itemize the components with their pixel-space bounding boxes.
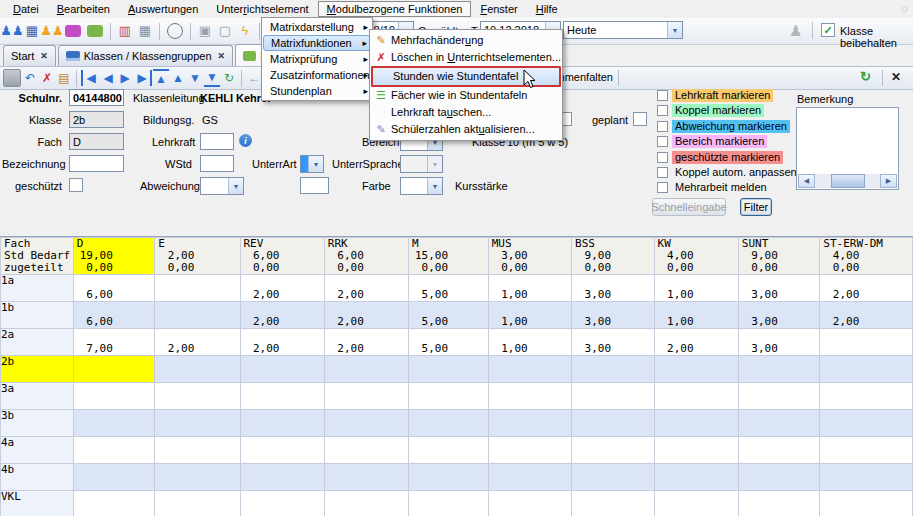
matrix-cell[interactable] bbox=[488, 383, 571, 410]
class-chat-icon[interactable] bbox=[65, 25, 81, 37]
matrix-cell[interactable] bbox=[73, 437, 155, 464]
matrix-cell[interactable]: 3,00 bbox=[738, 329, 820, 356]
matrix-cell[interactable]: 7,00 bbox=[73, 329, 155, 356]
refresh-icon[interactable]: ↻ bbox=[221, 70, 237, 86]
menubar-item-modulbezogene-funktionen[interactable]: Modulbezogene Funktionen bbox=[318, 1, 472, 17]
delete-icon[interactable]: ✗ bbox=[39, 70, 55, 86]
matrix-cell[interactable] bbox=[572, 356, 654, 383]
matrix-cell[interactable] bbox=[240, 356, 324, 383]
klasse-field[interactable]: 2b bbox=[69, 111, 124, 128]
bezeichnung-field[interactable] bbox=[69, 155, 124, 172]
geplant-checkbox[interactable] bbox=[633, 112, 647, 126]
matrix-cell[interactable] bbox=[654, 383, 738, 410]
matrix-cell[interactable] bbox=[820, 356, 913, 383]
menu-item-stundenplan[interactable]: Stundenplan▸ bbox=[263, 83, 371, 99]
menu-item-matrixfunktionen[interactable]: Matrixfunktionen▸ bbox=[263, 35, 371, 51]
marker-checkbox[interactable] bbox=[657, 167, 668, 178]
column-header-rev[interactable]: REV6,000,00 bbox=[240, 238, 324, 275]
unterrart-select[interactable]: ▾ bbox=[300, 155, 324, 173]
marker-checkbox[interactable] bbox=[657, 121, 668, 132]
matrix-cell[interactable] bbox=[654, 464, 738, 491]
row-label-3b[interactable]: 3b bbox=[1, 410, 74, 437]
matrix-cell[interactable] bbox=[324, 437, 408, 464]
matrix-cell[interactable] bbox=[409, 464, 489, 491]
matrix-table[interactable]: FachStd BedarfzugeteiltD19,000,00E2,000,… bbox=[0, 236, 913, 516]
marker-checkbox[interactable] bbox=[657, 90, 668, 101]
menubar-item-unterrichtselement[interactable]: Unterrichtselement bbox=[207, 1, 317, 17]
students-icon[interactable]: ♟♟ bbox=[3, 22, 21, 40]
matrix-cell[interactable] bbox=[820, 491, 913, 516]
column-header-m[interactable]: M15,000,00 bbox=[409, 238, 489, 275]
matrix-cell[interactable] bbox=[240, 464, 324, 491]
keyboard-icon[interactable]: ▦ bbox=[23, 22, 41, 40]
form-icon[interactable]: ▤ bbox=[56, 70, 72, 86]
matrix-cell[interactable] bbox=[488, 437, 571, 464]
matrix-cell[interactable]: 3,00 bbox=[572, 275, 654, 302]
matrix-cell[interactable] bbox=[324, 383, 408, 410]
undo-icon[interactable]: ↶ bbox=[22, 70, 38, 86]
column-header-st-erw-dm[interactable]: ST-ERW-DM4,000,00 bbox=[820, 238, 913, 275]
matrix-cell[interactable]: 1,00 bbox=[488, 275, 571, 302]
row-label-2a[interactable]: 2a bbox=[1, 329, 74, 356]
marker-checkbox[interactable] bbox=[657, 182, 668, 193]
matrix-cell[interactable] bbox=[409, 491, 489, 516]
close-icon[interactable]: ✕ bbox=[891, 70, 901, 84]
refresh-matrix-icon[interactable]: ↻ bbox=[860, 69, 871, 84]
matrix-cell[interactable]: 5,00 bbox=[409, 275, 489, 302]
abweichung-select[interactable]: ▾ bbox=[200, 177, 244, 195]
abweichung-field[interactable] bbox=[300, 177, 329, 194]
menubar-item-fenster[interactable]: Fenster bbox=[471, 1, 526, 17]
matrix-cell[interactable] bbox=[654, 437, 738, 464]
matrix-cell[interactable] bbox=[820, 437, 913, 464]
chevron-down-icon[interactable]: ▾ bbox=[308, 156, 323, 172]
tab-start[interactable]: Start✕ bbox=[3, 45, 56, 66]
matrix-cell[interactable] bbox=[73, 410, 155, 437]
submenu-item-schülerzahlen-aktualisieren-[interactable]: ✎Schülerzahlen aktualisieren... bbox=[371, 121, 561, 138]
matrix-cell[interactable] bbox=[820, 383, 913, 410]
matrix-grid[interactable]: FachStd BedarfzugeteiltD19,000,00E2,000,… bbox=[0, 237, 913, 516]
matrix-cell[interactable] bbox=[488, 356, 571, 383]
matrix-cell[interactable] bbox=[572, 491, 654, 516]
row-label-1a[interactable]: 1a bbox=[1, 275, 74, 302]
scrollbar-thumb[interactable] bbox=[831, 174, 865, 188]
chevron-down-icon[interactable]: ▾ bbox=[667, 22, 682, 38]
row-label-3a[interactable]: 3a bbox=[1, 383, 74, 410]
matrix-cell[interactable] bbox=[820, 464, 913, 491]
matrix-cell[interactable]: 2,00 bbox=[155, 329, 240, 356]
matrix-cell[interactable] bbox=[73, 464, 155, 491]
nav-prev-icon[interactable]: ◀ bbox=[100, 70, 116, 86]
books-icon[interactable]: ▥ bbox=[116, 22, 134, 40]
matrix-cell[interactable]: 3,00 bbox=[572, 302, 654, 329]
matrix-cell[interactable]: 1,00 bbox=[488, 302, 571, 329]
row-label-4b[interactable]: 4b bbox=[1, 464, 74, 491]
matrix-cell[interactable] bbox=[572, 437, 654, 464]
matrix-cell[interactable]: 3,00 bbox=[572, 329, 654, 356]
column-header-sunt[interactable]: SUNT9,000,00 bbox=[738, 238, 820, 275]
column-header-mus[interactable]: MUS3,000,00 bbox=[488, 238, 571, 275]
bemerkung-field[interactable]: ◀ ▶ bbox=[796, 107, 899, 190]
matrix-cell[interactable]: 2,00 bbox=[324, 329, 408, 356]
matrix-cell[interactable] bbox=[488, 464, 571, 491]
matrix-cell[interactable] bbox=[240, 410, 324, 437]
matrix-cell[interactable] bbox=[155, 383, 240, 410]
marker-checkbox[interactable] bbox=[657, 136, 668, 147]
matrix-cell[interactable]: 3,00 bbox=[738, 302, 820, 329]
schulnr-field[interactable]: 04144800 bbox=[69, 89, 124, 106]
matrix-cell[interactable] bbox=[155, 491, 240, 516]
move-up-icon[interactable]: ▲ bbox=[170, 70, 186, 86]
matrix-cell[interactable] bbox=[155, 464, 240, 491]
matrix-cell[interactable] bbox=[572, 383, 654, 410]
matrix-cell[interactable] bbox=[738, 383, 820, 410]
lightning-icon[interactable]: ϟ bbox=[236, 22, 254, 40]
matrix-cell[interactable]: 1,00 bbox=[654, 275, 738, 302]
matrix-cell[interactable] bbox=[820, 329, 913, 356]
matrix-cell[interactable] bbox=[73, 356, 155, 383]
fach-field[interactable]: D bbox=[69, 133, 124, 150]
matrix-cell[interactable]: 1,00 bbox=[488, 329, 571, 356]
submenu-item-lehrkraft-tauschen-[interactable]: Lehrkraft tauschen... bbox=[371, 104, 561, 121]
move-top-icon[interactable]: ▲ bbox=[153, 69, 169, 87]
matrix-cell[interactable] bbox=[738, 410, 820, 437]
matrix-cell[interactable] bbox=[572, 410, 654, 437]
teachers-icon[interactable]: ♟♟ bbox=[43, 22, 61, 40]
matrix-cell[interactable] bbox=[572, 464, 654, 491]
